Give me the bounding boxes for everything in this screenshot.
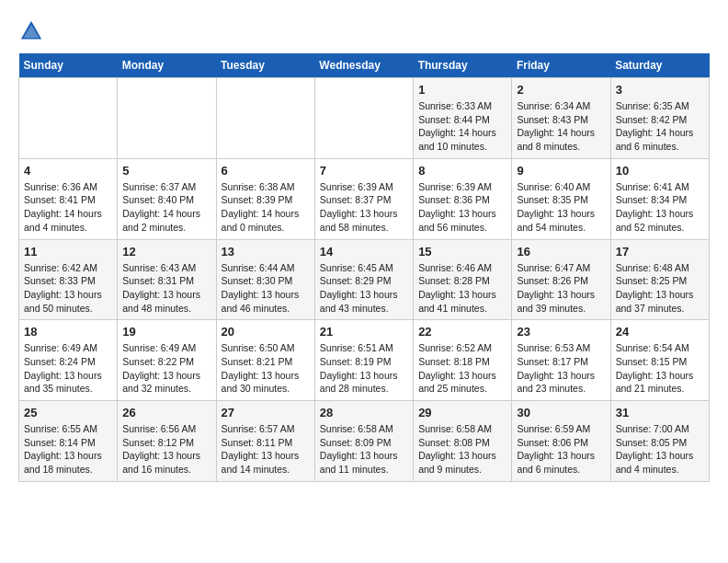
- day-header-thursday: Thursday: [414, 53, 512, 78]
- day-info: Sunrise: 6:35 AMSunset: 8:42 PMDaylight:…: [616, 99, 704, 154]
- day-number: 19: [122, 325, 210, 339]
- calendar-cell: 8Sunrise: 6:39 AMSunset: 8:36 PMDaylight…: [414, 158, 512, 239]
- day-info: Sunrise: 7:00 AMSunset: 8:05 PMDaylight:…: [616, 422, 704, 477]
- calendar-cell: 16Sunrise: 6:47 AMSunset: 8:26 PMDayligh…: [512, 239, 610, 320]
- calendar-cell: 27Sunrise: 6:57 AMSunset: 8:11 PMDayligh…: [216, 401, 314, 482]
- day-header-monday: Monday: [118, 53, 216, 78]
- day-number: 21: [320, 325, 408, 339]
- day-number: 14: [320, 245, 408, 259]
- day-number: 15: [418, 245, 506, 259]
- day-info: Sunrise: 6:53 AMSunset: 8:17 PMDaylight:…: [517, 341, 605, 396]
- day-number: 3: [616, 83, 704, 97]
- day-info: Sunrise: 6:33 AMSunset: 8:44 PMDaylight:…: [418, 99, 506, 154]
- calendar-cell: 17Sunrise: 6:48 AMSunset: 8:25 PMDayligh…: [610, 239, 709, 320]
- day-header-sunday: Sunday: [19, 53, 118, 78]
- calendar-cell: 21Sunrise: 6:51 AMSunset: 8:19 PMDayligh…: [314, 320, 413, 401]
- calendar-cell: 20Sunrise: 6:50 AMSunset: 8:21 PMDayligh…: [216, 320, 314, 401]
- calendar-week-row: 18Sunrise: 6:49 AMSunset: 8:24 PMDayligh…: [19, 320, 710, 401]
- calendar-cell: 11Sunrise: 6:42 AMSunset: 8:33 PMDayligh…: [19, 239, 118, 320]
- day-info: Sunrise: 6:38 AMSunset: 8:39 PMDaylight:…: [222, 180, 310, 235]
- day-info: Sunrise: 6:52 AMSunset: 8:18 PMDaylight:…: [418, 341, 506, 396]
- calendar-cell: 13Sunrise: 6:44 AMSunset: 8:30 PMDayligh…: [216, 239, 314, 320]
- calendar-cell: 9Sunrise: 6:40 AMSunset: 8:35 PMDaylight…: [512, 158, 610, 239]
- calendar-cell: 26Sunrise: 6:56 AMSunset: 8:12 PMDayligh…: [118, 401, 216, 482]
- calendar-cell: 24Sunrise: 6:54 AMSunset: 8:15 PMDayligh…: [610, 320, 709, 401]
- calendar-cell: [216, 78, 314, 159]
- day-info: Sunrise: 6:43 AMSunset: 8:31 PMDaylight:…: [122, 261, 210, 316]
- day-info: Sunrise: 6:49 AMSunset: 8:24 PMDaylight:…: [24, 341, 112, 396]
- day-number: 22: [418, 325, 506, 339]
- calendar-week-row: 25Sunrise: 6:55 AMSunset: 8:14 PMDayligh…: [19, 401, 710, 482]
- day-info: Sunrise: 6:56 AMSunset: 8:12 PMDaylight:…: [122, 422, 210, 477]
- calendar-cell: 22Sunrise: 6:52 AMSunset: 8:18 PMDayligh…: [414, 320, 512, 401]
- day-number: 1: [418, 83, 506, 97]
- calendar-cell: 23Sunrise: 6:53 AMSunset: 8:17 PMDayligh…: [512, 320, 610, 401]
- day-info: Sunrise: 6:48 AMSunset: 8:25 PMDaylight:…: [616, 261, 704, 316]
- calendar-cell: 30Sunrise: 6:59 AMSunset: 8:06 PMDayligh…: [512, 401, 610, 482]
- day-header-saturday: Saturday: [610, 53, 709, 78]
- calendar-cell: 18Sunrise: 6:49 AMSunset: 8:24 PMDayligh…: [19, 320, 118, 401]
- calendar-cell: 31Sunrise: 7:00 AMSunset: 8:05 PMDayligh…: [610, 401, 709, 482]
- calendar-cell: 19Sunrise: 6:49 AMSunset: 8:22 PMDayligh…: [118, 320, 216, 401]
- day-info: Sunrise: 6:58 AMSunset: 8:09 PMDaylight:…: [320, 422, 408, 477]
- calendar-header-row: SundayMondayTuesdayWednesdayThursdayFrid…: [19, 53, 710, 78]
- day-number: 2: [517, 83, 605, 97]
- day-info: Sunrise: 6:39 AMSunset: 8:36 PMDaylight:…: [418, 180, 506, 235]
- day-number: 31: [616, 406, 704, 419]
- calendar-cell: 4Sunrise: 6:36 AMSunset: 8:41 PMDaylight…: [19, 158, 118, 239]
- day-info: Sunrise: 6:54 AMSunset: 8:15 PMDaylight:…: [616, 341, 704, 396]
- calendar-cell: [314, 78, 413, 159]
- day-number: 23: [517, 325, 605, 339]
- calendar-week-row: 4Sunrise: 6:36 AMSunset: 8:41 PMDaylight…: [19, 158, 710, 239]
- calendar-cell: 15Sunrise: 6:46 AMSunset: 8:28 PMDayligh…: [414, 239, 512, 320]
- calendar-cell: 25Sunrise: 6:55 AMSunset: 8:14 PMDayligh…: [19, 401, 118, 482]
- day-number: 10: [616, 164, 704, 178]
- day-number: 5: [122, 164, 210, 178]
- day-number: 6: [222, 164, 310, 178]
- logo: [18, 18, 50, 44]
- day-info: Sunrise: 6:36 AMSunset: 8:41 PMDaylight:…: [24, 180, 112, 235]
- day-number: 12: [122, 245, 210, 259]
- day-info: Sunrise: 6:42 AMSunset: 8:33 PMDaylight:…: [24, 261, 112, 316]
- day-number: 4: [24, 164, 112, 178]
- day-info: Sunrise: 6:51 AMSunset: 8:19 PMDaylight:…: [320, 341, 408, 396]
- page-header: [18, 18, 710, 44]
- day-number: 18: [24, 325, 112, 339]
- day-info: Sunrise: 6:40 AMSunset: 8:35 PMDaylight:…: [517, 180, 605, 235]
- day-info: Sunrise: 6:39 AMSunset: 8:37 PMDaylight:…: [320, 180, 408, 235]
- day-number: 9: [517, 164, 605, 178]
- day-number: 28: [320, 406, 408, 419]
- day-number: 29: [418, 406, 506, 419]
- day-info: Sunrise: 6:46 AMSunset: 8:28 PMDaylight:…: [418, 261, 506, 316]
- day-info: Sunrise: 6:59 AMSunset: 8:06 PMDaylight:…: [517, 422, 605, 477]
- day-number: 11: [24, 245, 112, 259]
- day-header-tuesday: Tuesday: [216, 53, 314, 78]
- day-info: Sunrise: 6:57 AMSunset: 8:11 PMDaylight:…: [222, 422, 310, 477]
- day-number: 25: [24, 406, 112, 419]
- day-info: Sunrise: 6:34 AMSunset: 8:43 PMDaylight:…: [517, 99, 605, 154]
- calendar-cell: 1Sunrise: 6:33 AMSunset: 8:44 PMDaylight…: [414, 78, 512, 159]
- day-number: 30: [517, 406, 605, 419]
- day-info: Sunrise: 6:50 AMSunset: 8:21 PMDaylight:…: [222, 341, 310, 396]
- day-info: Sunrise: 6:49 AMSunset: 8:22 PMDaylight:…: [122, 341, 210, 396]
- day-number: 17: [616, 245, 704, 259]
- day-info: Sunrise: 6:37 AMSunset: 8:40 PMDaylight:…: [122, 180, 210, 235]
- calendar-week-row: 11Sunrise: 6:42 AMSunset: 8:33 PMDayligh…: [19, 239, 710, 320]
- day-info: Sunrise: 6:47 AMSunset: 8:26 PMDaylight:…: [517, 261, 605, 316]
- calendar-cell: 12Sunrise: 6:43 AMSunset: 8:31 PMDayligh…: [118, 239, 216, 320]
- calendar-cell: 7Sunrise: 6:39 AMSunset: 8:37 PMDaylight…: [314, 158, 413, 239]
- day-info: Sunrise: 6:58 AMSunset: 8:08 PMDaylight:…: [418, 422, 506, 477]
- calendar-cell: 2Sunrise: 6:34 AMSunset: 8:43 PMDaylight…: [512, 78, 610, 159]
- day-info: Sunrise: 6:45 AMSunset: 8:29 PMDaylight:…: [320, 261, 408, 316]
- day-header-friday: Friday: [512, 53, 610, 78]
- logo-icon: [18, 18, 44, 44]
- calendar-cell: 5Sunrise: 6:37 AMSunset: 8:40 PMDaylight…: [118, 158, 216, 239]
- calendar-cell: [19, 78, 118, 159]
- day-number: 13: [222, 245, 310, 259]
- calendar-cell: 28Sunrise: 6:58 AMSunset: 8:09 PMDayligh…: [314, 401, 413, 482]
- calendar-cell: 3Sunrise: 6:35 AMSunset: 8:42 PMDaylight…: [610, 78, 709, 159]
- day-number: 16: [517, 245, 605, 259]
- day-number: 24: [616, 325, 704, 339]
- calendar-cell: [118, 78, 216, 159]
- day-number: 7: [320, 164, 408, 178]
